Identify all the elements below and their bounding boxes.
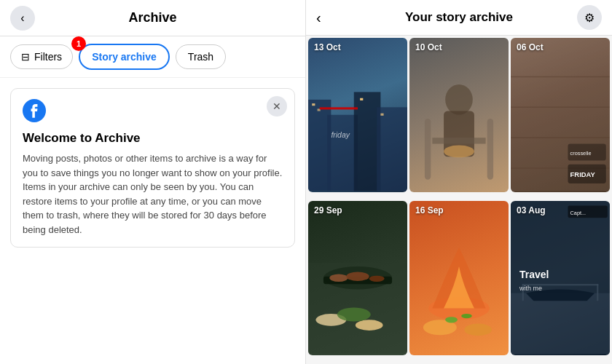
svg-rect-17: [511, 39, 610, 191]
svg-point-36: [423, 320, 457, 335]
svg-point-34: [337, 308, 371, 322]
story-item[interactable]: FRIDAY crosselle 06 Oct: [511, 38, 610, 192]
story-item[interactable]: friday 13 Oct: [308, 38, 407, 192]
right-header-title: Your story archive: [405, 10, 513, 25]
welcome-body-text: Moving posts, photos or other items to a…: [23, 151, 283, 237]
right-header: ‹ Your story archive ⚙: [306, 0, 612, 36]
story-archive-tab[interactable]: Story archive: [79, 44, 170, 70]
right-back-button[interactable]: ‹: [316, 9, 321, 26]
svg-point-29: [329, 274, 348, 282]
story-date-label: 16 Sep: [415, 205, 444, 215]
svg-rect-7: [360, 98, 363, 100]
svg-text:crosselle: crosselle: [570, 150, 592, 157]
svg-point-31: [369, 276, 385, 282]
svg-rect-15: [487, 119, 493, 180]
svg-rect-6: [318, 108, 321, 111]
right-back-icon: ‹: [316, 9, 321, 25]
left-back-icon: ‹: [20, 12, 24, 25]
svg-point-38: [445, 317, 458, 323]
welcome-title: Welcome to Archive: [23, 131, 283, 146]
story-item[interactable]: Capt... 03 Aug Travelwith me: [511, 201, 610, 355]
svg-rect-4: [377, 107, 407, 191]
story-grid: friday 13 Oct 10 Oct: [306, 36, 612, 364]
svg-point-35: [428, 297, 490, 320]
story-date-label: 13 Oct: [314, 42, 341, 52]
story-item[interactable]: 10 Oct: [409, 38, 509, 192]
svg-point-27: [323, 266, 392, 289]
close-icon: ✕: [272, 100, 281, 112]
settings-icon: ⚙: [584, 11, 595, 25]
svg-rect-14: [425, 119, 431, 180]
svg-rect-26: [308, 263, 407, 355]
story-archive-label: Story archive: [92, 51, 157, 63]
svg-point-30: [346, 272, 369, 281]
story-date-label: 10 Oct: [415, 42, 442, 52]
left-header-title: Archive: [128, 10, 176, 25]
story-item[interactable]: 16 Sep: [409, 201, 509, 355]
story-travel-text: Travelwith me: [519, 269, 549, 293]
svg-rect-24: [568, 144, 605, 161]
left-header: ‹ Archive: [0, 0, 305, 36]
welcome-card: ✕ Welcome to Archive Moving posts, photo…: [10, 88, 295, 248]
svg-point-16: [444, 146, 474, 158]
story-item[interactable]: 29 Sep: [308, 201, 407, 355]
svg-rect-41: [511, 293, 610, 355]
svg-text:FRIDAY: FRIDAY: [570, 170, 596, 178]
step-indicator: 1: [71, 36, 86, 51]
svg-text:Capt...: Capt...: [570, 210, 586, 216]
filters-icon: ⊟: [21, 51, 30, 63]
svg-point-11: [445, 84, 473, 115]
right-panel: ‹ Your story archive ⚙ fr: [306, 0, 612, 364]
svg-point-32: [315, 314, 346, 326]
svg-rect-9: [320, 107, 358, 109]
svg-rect-5: [312, 103, 315, 106]
filters-button[interactable]: ⊟ Filters: [10, 44, 73, 69]
tab-bar: ⊟ Filters Story archive 1 Trash: [0, 36, 305, 78]
svg-rect-8: [380, 114, 383, 116]
facebook-logo-icon: [23, 99, 46, 122]
svg-rect-28: [323, 277, 392, 284]
settings-button[interactable]: ⚙: [577, 5, 602, 30]
svg-rect-3: [354, 92, 381, 191]
svg-rect-2: [327, 115, 358, 191]
story-date-label: 29 Sep: [314, 205, 342, 215]
svg-rect-22: [568, 165, 605, 183]
svg-rect-45: [568, 205, 607, 218]
svg-rect-43: [597, 284, 598, 301]
trash-tab[interactable]: Trash: [176, 44, 226, 69]
svg-point-39: [461, 314, 472, 318]
story-date-label: 06 Oct: [517, 42, 544, 52]
story-date-label: 03 Aug: [517, 205, 546, 215]
filters-label: Filters: [34, 51, 62, 63]
svg-point-37: [464, 324, 492, 336]
svg-rect-13: [432, 138, 485, 143]
svg-text:friday: friday: [331, 131, 350, 139]
welcome-card-close-button[interactable]: ✕: [267, 96, 287, 116]
svg-point-33: [356, 320, 383, 331]
svg-rect-1: [308, 100, 331, 191]
left-back-button[interactable]: ‹: [10, 6, 35, 31]
left-panel: ‹ Archive ⊟ Filters Story archive 1 Tras…: [0, 0, 306, 364]
svg-rect-12: [444, 111, 474, 157]
trash-label: Trash: [188, 51, 213, 63]
